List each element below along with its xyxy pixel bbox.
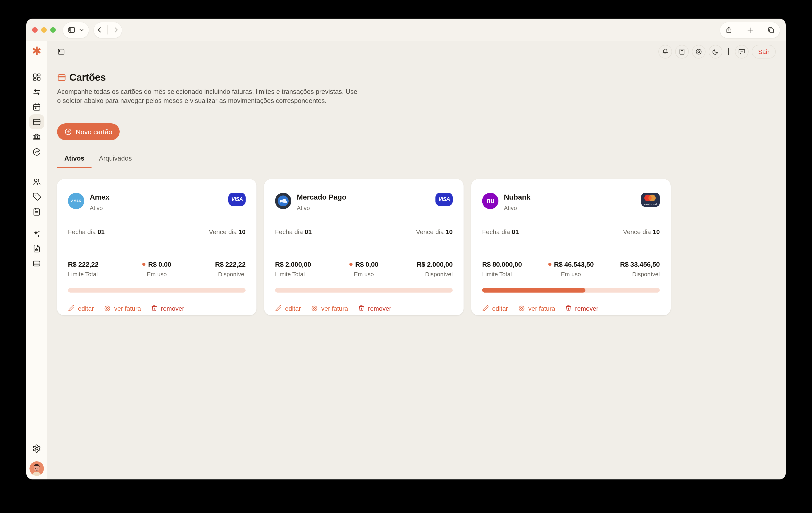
wallet-card-icon	[32, 259, 41, 268]
privacy-eye-button[interactable]	[692, 45, 705, 58]
close-window-button[interactable]	[32, 27, 38, 33]
trash-icon	[565, 305, 572, 312]
sidebar-item-dashboard[interactable]	[29, 70, 45, 84]
dark-mode-button[interactable]	[709, 45, 722, 58]
sidebar-item-tags[interactable]	[29, 189, 45, 204]
plus-circle-icon	[64, 128, 72, 135]
credit-card-icon	[32, 117, 41, 126]
sidebar-toggle-group[interactable]	[63, 22, 89, 38]
close-day: Fecha dia 01	[68, 228, 105, 235]
chevron-down-icon[interactable]	[79, 27, 84, 33]
tabs-bar: Ativos Arquivados	[57, 155, 776, 168]
usage-dot	[548, 262, 551, 266]
card-name: Amex	[90, 193, 110, 201]
nubank-logo: nu	[482, 193, 498, 209]
toolbar-divider	[728, 48, 729, 55]
in-use: R$ 0,00 Em uso	[349, 260, 378, 277]
chat-bubble-icon	[738, 48, 745, 55]
forward-button[interactable]	[112, 26, 120, 33]
view-invoice-button[interactable]: ver fatura	[518, 304, 555, 312]
amex-logo: AMEX	[68, 193, 84, 209]
sidebar-item-planning[interactable]	[29, 204, 45, 219]
app-toolbar: Sair	[47, 41, 786, 62]
close-day: Fecha dia 01	[482, 228, 519, 235]
collapse-sidebar-icon[interactable]	[57, 47, 65, 56]
credit-card-icon	[57, 73, 66, 82]
remove-card-button[interactable]: remover	[358, 304, 391, 312]
sidebar-item-ai-assistant[interactable]	[29, 226, 45, 241]
cards-page: Cartões Acompanhe todas os cartões do mê…	[47, 62, 786, 315]
tab-arquivados[interactable]: Arquivados	[92, 155, 139, 168]
sidebar-item-settings[interactable]	[29, 441, 45, 456]
sidebar-item-members[interactable]	[29, 174, 45, 189]
tab-ativos[interactable]: Ativos	[57, 155, 92, 168]
notifications-button[interactable]	[658, 45, 672, 58]
trash-icon	[151, 305, 158, 312]
bell-icon	[662, 48, 669, 55]
due-day: Vence dia 10	[623, 228, 660, 235]
window-titlebar	[26, 19, 786, 41]
minimize-window-button[interactable]	[41, 27, 47, 33]
share-icon[interactable]	[725, 26, 733, 34]
pencil-icon	[275, 305, 282, 312]
available: R$ 222,22 Disponível	[215, 260, 245, 277]
main-panel: Sair Cartões Acompanhe todas os cartões …	[47, 41, 786, 480]
app-logo-asterisk-icon: ✱	[32, 43, 41, 58]
sidebar-item-cards[interactable]	[29, 114, 45, 129]
mercado-pago-handshake-logo	[275, 193, 291, 209]
divider	[108, 25, 108, 34]
app-body: ✱	[26, 41, 786, 480]
edit-card-button[interactable]: editar	[482, 304, 508, 312]
new-card-button[interactable]: Novo cartão	[57, 123, 120, 140]
due-day: Vence dia 10	[209, 228, 245, 235]
limit-total: R$ 222,22 Limite Total	[68, 260, 98, 277]
new-tab-icon[interactable]	[746, 26, 754, 34]
feedback-button[interactable]	[735, 45, 749, 58]
user-avatar[interactable]	[29, 461, 44, 476]
back-button[interactable]	[96, 26, 103, 33]
logout-button[interactable]: Sair	[752, 45, 776, 58]
moon-stars-icon	[712, 48, 719, 55]
card-status: Ativo	[297, 204, 346, 211]
window-actions-group	[720, 22, 780, 38]
view-invoice-button[interactable]: ver fatura	[311, 304, 348, 312]
zoom-window-button[interactable]	[50, 27, 56, 33]
sidebar-item-banks[interactable]	[29, 129, 45, 144]
remove-card-button[interactable]: remover	[151, 304, 184, 312]
divider	[482, 251, 660, 252]
sidebar-item-calendar[interactable]	[29, 99, 45, 114]
page-title: Cartões	[69, 72, 106, 83]
bank-icon	[32, 132, 41, 141]
history-nav-group	[94, 22, 122, 38]
sidebar-toggle-icon[interactable]	[67, 26, 76, 34]
transfer-arrows-icon	[32, 87, 41, 97]
card-name: Nubank	[504, 193, 530, 201]
calculator-button[interactable]	[675, 45, 689, 58]
remove-card-button[interactable]: remover	[565, 304, 598, 312]
usage-dot	[349, 262, 352, 266]
target-icon	[311, 304, 318, 312]
sidebar-nav	[29, 70, 45, 271]
divider	[68, 251, 245, 252]
card-mercado-pago: Mercado Pago Ativo VISA Fecha dia 01	[264, 179, 464, 315]
dashboard-icon	[32, 72, 41, 81]
tab-overview-icon[interactable]	[767, 26, 775, 34]
page-description: Acompanhe todas os cartões do mês seleci…	[57, 87, 361, 105]
in-use: R$ 0,00 Em uso	[142, 260, 171, 277]
usage-dot	[142, 262, 145, 266]
edit-card-button[interactable]: editar	[68, 304, 94, 312]
limit-progress-bar	[275, 288, 453, 292]
sidebar-item-investments[interactable]	[29, 144, 45, 159]
users-icon	[32, 177, 41, 186]
view-invoice-button[interactable]: ver fatura	[104, 304, 141, 312]
card-status: Ativo	[90, 204, 110, 211]
limit-total: R$ 80.000,00 Limite Total	[482, 260, 522, 277]
sidebar-item-transactions[interactable]	[29, 84, 45, 99]
sidebar-item-subscriptions[interactable]	[29, 256, 45, 271]
edit-card-button[interactable]: editar	[275, 304, 301, 312]
card-nubank: nu Nubank Ativo mastercard	[471, 179, 671, 315]
available: R$ 33.456,50 Disponível	[620, 260, 660, 277]
visa-badge: VISA	[435, 193, 453, 206]
sidebar-item-reports[interactable]	[29, 241, 45, 256]
close-day: Fecha dia 01	[275, 228, 312, 235]
